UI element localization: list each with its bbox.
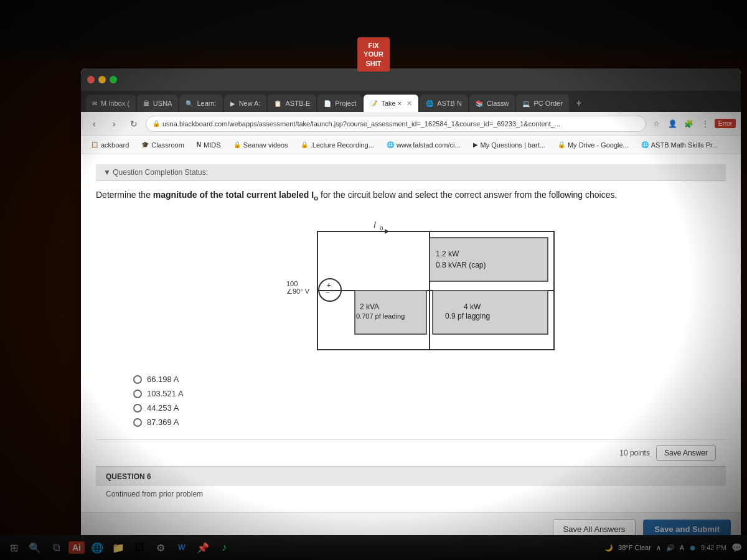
astb-icon: 🌐 (641, 141, 649, 148)
mids-icon: N (197, 141, 201, 148)
search-taskbar[interactable]: 🔍 (26, 539, 44, 556)
spotify-icon[interactable]: ♪ (215, 539, 233, 556)
address-bar[interactable]: 🔒 usna.blackboard.com/webapps/assessment… (146, 116, 646, 132)
choice-4[interactable]: 87.369 A (133, 418, 726, 427)
bookmark-questions-label: My Questions | bart... (481, 141, 545, 149)
svg-text:o: o (380, 225, 383, 231)
page-content: ▼ Question Completion Status: Determine … (81, 154, 741, 535)
question-text-pre: Determine the (96, 190, 153, 200)
save-all-button[interactable]: Save All Answers (553, 519, 636, 535)
choice-1-label: 66.198 A (147, 375, 179, 384)
inbox-favicon: ✉ (92, 100, 97, 107)
tab-astbe-label: ASTB-E (285, 100, 310, 107)
tab-pcorder[interactable]: 💻 PC Order (516, 95, 568, 112)
tab-learn[interactable]: 🔍 Learn: (179, 95, 222, 112)
tab-classw[interactable]: 📚 Classw (469, 95, 515, 112)
bookmark-classroom[interactable]: 🎓 Classroom (136, 140, 189, 150)
tab-classw-label: Classw (487, 100, 509, 107)
question-completion-status[interactable]: ▼ Question Completion Status: (96, 164, 726, 181)
maximize-button[interactable] (110, 76, 117, 83)
fix-line1: FIX (364, 41, 383, 50)
save-submit-button[interactable]: Save and Submit (643, 520, 731, 535)
radio-2[interactable] (133, 390, 142, 398)
choice-2[interactable]: 103.521 A (133, 389, 726, 398)
bookmark-falstad[interactable]: 🌐 www.falstad.com/ci... (382, 140, 466, 150)
bookmark-seanav[interactable]: 🔒 Seanav videos (228, 140, 293, 150)
pcorder-favicon: 💻 (522, 100, 530, 107)
tab-astbn-label: ASTB N (437, 100, 462, 107)
weather-label: 38°F Clear (618, 544, 651, 551)
gear-icon[interactable]: ⚙ (152, 539, 169, 556)
tab-project[interactable]: 📄 Project (317, 95, 362, 112)
back-button[interactable]: ‹ (86, 116, 102, 132)
questions-icon: ▶ (473, 141, 478, 148)
edge-icon[interactable]: 🌐 (88, 539, 106, 556)
choice-3-label: 44.253 A (147, 403, 179, 413)
classroom-icon: 🎓 (141, 141, 149, 148)
word-icon[interactable]: W (173, 539, 190, 556)
falstad-icon: 🌐 (387, 141, 394, 148)
question-completion-label: ▼ Question Completion Status: (103, 168, 208, 177)
bookmark-lecture-label: .Lecture Recording... (311, 141, 374, 149)
pin-icon[interactable]: 📌 (194, 539, 212, 556)
tab-astbe[interactable]: 📋 ASTB-E (268, 95, 316, 112)
minimize-button[interactable] (98, 76, 106, 83)
svg-text:∠90° V: ∠90° V (286, 287, 310, 295)
tabs-row: ✉ M Inbox ( 🏛 USNA 🔍 Learn: ▶ New A: 📋 A… (81, 91, 741, 112)
svg-text:0.9 pf lagging: 0.9 pf lagging (445, 312, 490, 320)
close-button[interactable] (87, 76, 95, 83)
bookmark-seanav-label: Seanav videos (243, 141, 288, 149)
svg-text:−: − (326, 289, 329, 296)
choice-1[interactable]: 66.198 A (133, 375, 726, 384)
question-text: Determine the magnitude of the total cur… (96, 189, 726, 203)
taskbar-right: 🌙 38°F Clear ∧ 🔊 A ● 9:42 PM 💬 (604, 541, 742, 554)
tab-astbn[interactable]: 🌐 ASTB N (420, 95, 468, 112)
volume-icon[interactable]: 🔊 (666, 544, 675, 552)
tab-inbox[interactable]: ✉ M Inbox ( (86, 95, 136, 112)
bookmark-astb-label: ASTB Math Skills Pr... (651, 141, 718, 149)
bookmark-questions[interactable]: ▶ My Questions | bart... (468, 140, 550, 150)
chevron-up-icon[interactable]: ∧ (656, 544, 661, 552)
profile-button[interactable]: 👤 (666, 117, 680, 131)
taskbar: ⊞ 🔍 ⧉ Ai 🌐 📁 🖼 ⚙ W 📌 ♪ 🌙 38°F Clear ∧ 🔊 … (0, 535, 747, 560)
save-answer-button[interactable]: Save Answer (656, 445, 716, 461)
explorer-icon[interactable]: 📁 (110, 539, 127, 556)
error-badge: Error (715, 119, 736, 128)
new-tab-button[interactable]: + (570, 95, 588, 112)
svg-text:4 kW: 4 kW (464, 302, 481, 311)
tab-newA[interactable]: ▶ New A: (224, 95, 267, 112)
photos-icon[interactable]: 🖼 (131, 539, 148, 556)
address-row: ‹ › ↻ 🔒 usna.blackboard.com/webapps/asse… (81, 112, 741, 136)
reload-button[interactable]: ↻ (126, 116, 142, 132)
bookmark-blackboard[interactable]: 📋 ackboard (86, 140, 134, 150)
notification-icon[interactable]: 💬 (731, 543, 742, 553)
bookmark-mids[interactable]: N MIDS (192, 140, 226, 150)
title-bar (81, 68, 741, 91)
tab-usna[interactable]: 🏛 USNA (137, 95, 179, 112)
radio-3[interactable] (133, 404, 142, 413)
tab-newA-label: New A: (239, 100, 261, 107)
taskbar-dot: ● (689, 541, 696, 554)
blackboard-icon: 📋 (91, 141, 98, 148)
bookmark-drive[interactable]: 🔒 My Drive - Google... (553, 140, 634, 150)
start-button[interactable]: ⊞ (5, 539, 22, 556)
bookmark-classroom-label: Classroom (151, 141, 184, 149)
radio-4[interactable] (133, 418, 142, 427)
menu-button[interactable]: ⋮ (698, 117, 712, 131)
continued-text: Continued from prior problem (96, 486, 726, 502)
radio-1[interactable] (133, 375, 142, 384)
lock-icon: 🔒 (153, 120, 160, 127)
tab-project-label: Project (335, 100, 356, 107)
bookmark-star-button[interactable]: ☆ (650, 117, 664, 131)
bookmark-lecture[interactable]: 🔒 .Lecture Recording... (296, 140, 379, 150)
bookmark-astb[interactable]: 🌐 ASTB Math Skills Pr... (636, 140, 723, 150)
choice-3[interactable]: 44.253 A (133, 403, 726, 413)
continued-label: Continued from prior problem (106, 490, 203, 498)
extensions-button[interactable]: 🧩 (682, 117, 696, 131)
ai-label[interactable]: Ai (68, 541, 85, 554)
tab-pcorder-label: PC Order (533, 100, 562, 107)
task-view[interactable]: ⧉ (47, 539, 65, 556)
forward-button[interactable]: › (106, 116, 122, 132)
tab-take[interactable]: 📝 Take × ✕ (364, 95, 418, 112)
tab-take-close[interactable]: ✕ (406, 100, 412, 108)
